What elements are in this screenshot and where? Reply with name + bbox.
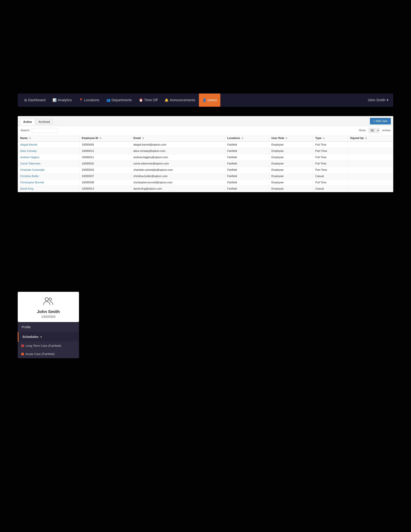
cell-type: Full Time bbox=[313, 180, 348, 186]
nav-announcements[interactable]: 🔔 Announcements bbox=[161, 94, 199, 107]
cell-employee-id: 10000013 bbox=[79, 186, 131, 192]
schedules-label: Schedules bbox=[22, 335, 38, 339]
nav-departments-label: Departments bbox=[112, 98, 132, 102]
sidebar-nav-profile[interactable]: Profile bbox=[18, 323, 79, 332]
cell-user-role: Employee bbox=[269, 167, 313, 173]
sidebar-sub-ltc[interactable]: Long Term Care (Fairfield) bbox=[18, 342, 79, 350]
table-row[interactable]: Andrew Higgins 10000011 andrew.higgins@o… bbox=[18, 154, 393, 161]
cell-locations: Fairfield bbox=[225, 180, 269, 186]
nav-users[interactable]: 👤 Users bbox=[199, 94, 220, 107]
ltc-label: Long Term Care (Fairfield) bbox=[26, 344, 61, 348]
cell-employee-id: 10000038 bbox=[79, 180, 131, 186]
nav-departments[interactable]: 👥 Departments bbox=[103, 94, 135, 107]
cell-employee-id: 10000032 bbox=[79, 161, 131, 167]
nav-announcements-label: Announcements bbox=[170, 98, 195, 102]
show-label: Show bbox=[359, 129, 366, 132]
cell-email: alice.conway@optum.com bbox=[131, 148, 225, 154]
tab-archived[interactable]: Archived bbox=[36, 119, 53, 125]
cell-user-role: Employee bbox=[269, 148, 313, 154]
cell-employee-id: 10000037 bbox=[79, 173, 131, 180]
cell-locations: Fairfield bbox=[225, 161, 269, 167]
col-employee-id[interactable]: Employee ID ⇅ bbox=[79, 135, 131, 142]
col-email[interactable]: Email ⇅ bbox=[131, 135, 225, 142]
table-controls: Search: Show 50 25 100 entries bbox=[18, 126, 393, 135]
cell-employee-id: 10000033 bbox=[79, 167, 131, 173]
cell-name: David King bbox=[18, 186, 79, 192]
users-icon: 👤 bbox=[202, 98, 206, 102]
cell-signed-up bbox=[348, 186, 393, 192]
analytics-icon: 📊 bbox=[53, 98, 56, 102]
show-select[interactable]: 50 25 100 bbox=[369, 128, 379, 133]
nav-locations[interactable]: 📍 Locations bbox=[75, 94, 103, 107]
cell-name: Andrew Higgins bbox=[18, 154, 79, 161]
col-name[interactable]: Name ⇅ bbox=[18, 135, 79, 142]
nav-timeoff[interactable]: ⏰ Time Off bbox=[135, 94, 161, 107]
cell-name: Charlotte Cartwright bbox=[18, 167, 79, 173]
cell-email: christina.butler@optum.com bbox=[131, 173, 225, 180]
sidebar-nav-schedules-row: Schedules ▾ bbox=[18, 332, 79, 342]
users-table: Name ⇅ Employee ID ⇅ Email ⇅ Locations ⇅… bbox=[18, 135, 393, 192]
cell-email: david.king@optum.com bbox=[131, 186, 225, 192]
table-row[interactable]: Alice Conway 10000012 alice.conway@optum… bbox=[18, 148, 393, 154]
table-row[interactable]: Abigail Barrett 10000005 abigail.barrett… bbox=[18, 142, 393, 148]
table-row[interactable]: Charlotte Cartwright 10000033 charlotte.… bbox=[18, 167, 393, 173]
sidebar-section: John Smith 10000004 Profile Schedules ▾ … bbox=[18, 292, 79, 358]
cell-employee-id: 10000012 bbox=[79, 148, 131, 154]
col-type[interactable]: Type ⇅ bbox=[313, 135, 348, 142]
user-card: John Smith 10000004 bbox=[18, 292, 79, 322]
col-user-role[interactable]: User Role ⇅ bbox=[269, 135, 313, 142]
table-row[interactable]: Christina Butler 10000037 christina.butl… bbox=[18, 173, 393, 180]
tab-active[interactable]: Active bbox=[20, 119, 35, 125]
search-label: Search: bbox=[20, 129, 30, 132]
cell-name: Abigail Barrett bbox=[18, 142, 79, 148]
nav-locations-label: Locations bbox=[84, 98, 99, 102]
cell-signed-up bbox=[348, 142, 393, 148]
user-avatar-icon bbox=[21, 297, 76, 307]
nav-user-menu[interactable]: John Smith ▾ bbox=[366, 98, 390, 102]
cell-type: Part Time bbox=[313, 167, 348, 173]
ltc-color-dot bbox=[21, 344, 24, 347]
user-card-name: John Smith bbox=[21, 309, 76, 314]
cell-locations: Fairfield bbox=[225, 167, 269, 173]
cell-email: abigail.barrett@optum.com bbox=[131, 142, 225, 148]
cell-type: Full Time bbox=[313, 161, 348, 167]
cell-name: Alice Conway bbox=[18, 148, 79, 154]
ac-label: Acute Care (Fairfield) bbox=[26, 352, 55, 356]
cell-signed-up bbox=[348, 173, 393, 180]
col-signed-up[interactable]: Signed Up ⇅ bbox=[348, 135, 393, 142]
nav-analytics[interactable]: 📊 Analytics bbox=[49, 94, 75, 107]
nav-user-name: John Smith bbox=[368, 98, 385, 102]
nav-dashboard[interactable]: ⊞ Dashboard bbox=[21, 94, 49, 107]
cell-type: Full Time bbox=[313, 154, 348, 161]
table-row[interactable]: David King 10000013 david.king@optum.com… bbox=[18, 186, 393, 192]
cell-locations: Fairfield bbox=[225, 186, 269, 192]
cell-locations: Fairfield bbox=[225, 154, 269, 161]
cell-user-role: Employee bbox=[269, 173, 313, 180]
cell-email: christopher.burnett@optum.com bbox=[131, 180, 225, 186]
cell-locations: Fairfield bbox=[225, 173, 269, 180]
cell-name: Christina Butler bbox=[18, 173, 79, 180]
cell-name: Christopher Burnett bbox=[18, 180, 79, 186]
departments-icon: 👥 bbox=[106, 98, 110, 102]
announcements-icon: 🔔 bbox=[165, 98, 168, 102]
cell-name: Carrie Toberman bbox=[18, 161, 79, 167]
users-section: Active Archived + Add User Search: Show … bbox=[18, 116, 393, 192]
user-card-id: 10000004 bbox=[21, 315, 76, 319]
col-locations[interactable]: Locations ⇅ bbox=[225, 135, 269, 142]
tabs-bar: Active Archived + Add User bbox=[18, 116, 393, 126]
cell-user-role: Employee bbox=[269, 186, 313, 192]
sidebar-nav-schedules[interactable]: Schedules ▾ bbox=[19, 332, 79, 342]
sidebar-sub-ac[interactable]: Acute Care (Fairfield) bbox=[18, 350, 79, 358]
nav-timeoff-label: Time Off bbox=[144, 98, 158, 102]
nav-users-label: Users bbox=[208, 98, 217, 102]
table-row[interactable]: Carrie Toberman 10000032 carrie.toberman… bbox=[18, 161, 393, 167]
table-row[interactable]: Christopher Burnett 10000038 christopher… bbox=[18, 180, 393, 186]
add-user-button[interactable]: + Add User bbox=[370, 118, 391, 124]
search-input[interactable] bbox=[32, 128, 58, 133]
cell-email: andrew.higgins@optum.com bbox=[131, 154, 225, 161]
cell-email: charlotte.cartwright@optum.com bbox=[131, 167, 225, 173]
cell-type: Part Time bbox=[313, 148, 348, 154]
sidebar-nav: Profile Schedules ▾ Long Term Care (Fair… bbox=[18, 323, 79, 358]
navbar: ⊞ Dashboard 📊 Analytics 📍 Locations 👥 De… bbox=[18, 94, 393, 107]
cell-locations: Fairfield bbox=[225, 142, 269, 148]
